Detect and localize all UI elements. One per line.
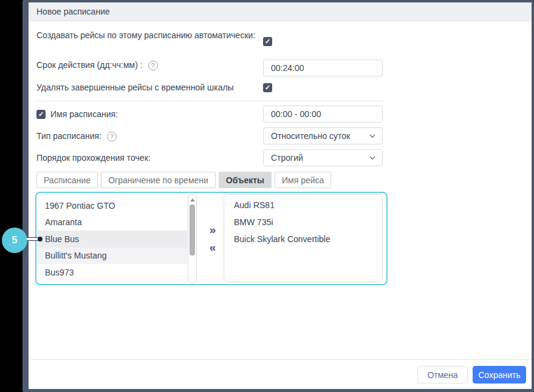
schedule-type-value: Относительно суток [271, 131, 350, 141]
tab-schedule[interactable]: Расписание [36, 172, 98, 188]
list-item[interactable]: Bullitt's Mustang [37, 248, 187, 265]
footer-divider [29, 359, 532, 360]
auto-create-label: Создавать рейсы по этому расписанию авто… [36, 30, 267, 41]
move-left-button[interactable]: « [205, 240, 221, 255]
tab-bar: Расписание Ограничение по времени Объект… [36, 172, 334, 188]
annotation-connector [27, 237, 39, 241]
validity-input[interactable] [263, 59, 383, 76]
remove-completed-label: Удалять завершенные рейсы с временной шк… [36, 82, 267, 93]
list-item[interactable]: Audi RS81 [224, 197, 382, 214]
auto-create-checkbox[interactable]: ✓ [263, 37, 272, 46]
help-icon[interactable]: ? [148, 61, 158, 70]
list-item[interactable]: 1967 Pontiac GTO [37, 197, 187, 214]
tab-trip-name[interactable]: Имя рейса [275, 172, 331, 188]
remove-completed-checkbox[interactable]: ✓ [263, 83, 272, 92]
list-item[interactable]: Bus973 [37, 264, 187, 281]
scroll-up-icon[interactable] [190, 198, 195, 201]
question-mark: ? [151, 60, 155, 72]
waypoint-order-select[interactable]: Строгий [263, 149, 383, 166]
check-icon: ✓ [265, 84, 270, 92]
question-mark: ? [110, 131, 114, 143]
chevron-down-icon [369, 132, 376, 140]
schedule-name-label: Имя расписания: [50, 109, 118, 120]
check-icon: ✓ [265, 38, 270, 46]
page-background: Новое расписание Создавать рейсы по этом… [0, 0, 534, 392]
list-item-selected[interactable]: Blue Bus [37, 231, 187, 248]
list-item[interactable]: Amaranta [37, 214, 187, 231]
schedule-type-select[interactable]: Относительно суток [263, 127, 383, 144]
available-objects-list[interactable]: 1967 Pontiac GTO Amaranta Blue Bus Bulli… [37, 194, 187, 283]
check-icon: ✓ [38, 110, 44, 118]
section-divider [36, 101, 383, 101]
schedule-type-label-row: Тип расписания:? [36, 130, 117, 142]
waypoint-order-value: Строгий [271, 153, 303, 163]
schedule-type-label: Тип расписания: [36, 131, 101, 141]
chevron-down-icon [369, 154, 376, 161]
annotation-badge: 5 [2, 228, 27, 253]
validity-label-row: Срок действия (дд:чч:мм) :? [36, 59, 158, 71]
list-item[interactable]: Buick Skylark Convertible [224, 231, 382, 248]
schedule-name-checkbox[interactable]: ✓ [36, 110, 46, 119]
list-item[interactable]: BMW 735i [224, 214, 382, 231]
help-icon[interactable]: ? [107, 132, 117, 141]
tab-objects[interactable]: Объекты [219, 172, 272, 188]
move-right-button[interactable]: » [205, 223, 221, 237]
save-button[interactable]: Сохранить [473, 366, 526, 384]
validity-label: Срок действия (дд:чч:мм) : [36, 60, 143, 70]
assigned-objects-list[interactable]: Audi RS81 BMW 735i Buick Skylark Convert… [224, 194, 383, 282]
list-scrollbar[interactable] [188, 194, 197, 283]
dialog-title: Новое расписание [29, 2, 532, 21]
waypoint-order-label: Порядок прохождения точек: [36, 152, 151, 164]
schedule-name-input[interactable] [263, 106, 383, 123]
badge-number: 5 [12, 235, 18, 246]
cancel-button[interactable]: Отмена [417, 366, 468, 384]
scrollbar-thumb[interactable] [190, 204, 195, 255]
annotation-dot [38, 237, 43, 242]
tab-time-limit[interactable]: Ограничение по времени [101, 172, 216, 188]
